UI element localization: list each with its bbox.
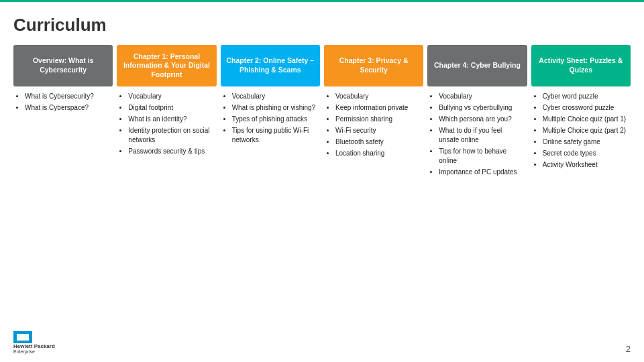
top-bar: [0, 0, 644, 2]
list-item: Secret code types: [543, 149, 627, 158]
list-item: What is phishing or vishing?: [232, 103, 317, 113]
list-item: Digital footprint: [128, 103, 213, 113]
list-item: Vocabulary: [335, 92, 420, 101]
list-item: Tips for how to behave online: [439, 147, 523, 166]
col-list-chapter2: VocabularyWhat is phishing or vishing?Ty…: [224, 92, 317, 145]
col-list-chapter3: VocabularyKeep information privatePermis…: [327, 92, 420, 158]
list-item: Types of phishing attacks: [232, 115, 317, 124]
page-number: 2: [626, 344, 631, 354]
list-item: Vocabulary: [232, 92, 317, 101]
col-list-activity: Cyber word puzzleCyber crossword puzzleM…: [535, 92, 627, 170]
list-item: Location sharing: [335, 149, 420, 158]
col-header-chapter3: Chapter 3: Privacy & Security: [324, 45, 423, 86]
list-item: Passwords security & tips: [128, 147, 213, 156]
list-item: Bluetooth safety: [335, 137, 420, 147]
list-item: Online safety game: [543, 137, 627, 147]
col-header-chapter2: Chapter 2: Online Safety – Phishing & Sc…: [221, 45, 320, 86]
list-item: Which persona are you?: [439, 115, 523, 124]
list-item: Identity protection on social networks: [128, 126, 213, 145]
list-item: Vocabulary: [128, 92, 213, 101]
logo-text-sub: Enterprise: [13, 349, 55, 354]
list-item: Vocabulary: [439, 92, 523, 101]
col-chapter3: Chapter 3: Privacy & SecurityVocabularyK…: [324, 45, 423, 182]
col-chapter2: Chapter 2: Online Safety – Phishing & Sc…: [221, 45, 320, 182]
col-list-overview: What is Cybersecurity?What is Cyberspace…: [17, 92, 109, 113]
list-item: Keep information private: [335, 103, 420, 113]
col-body-chapter1: VocabularyDigital footprintWhat is an id…: [117, 86, 216, 182]
col-body-overview: What is Cybersecurity?What is Cyberspace…: [13, 86, 113, 182]
col-body-chapter4: VocabularyBullying vs cyberbullyingWhich…: [427, 86, 527, 182]
col-body-chapter3: VocabularyKeep information privatePermis…: [324, 86, 423, 182]
col-header-overview: Overview: What is Cybersecurity: [13, 45, 113, 86]
logo-icon: [13, 331, 32, 343]
page-title: Curriculum: [13, 12, 631, 36]
list-item: What is Cybersecurity?: [25, 92, 109, 101]
col-header-chapter4: Chapter 4: Cyber Bullying: [427, 45, 527, 86]
list-item: Multiple Choice quiz (part 2): [543, 126, 627, 135]
columns-container: Overview: What is CybersecurityWhat is C…: [13, 45, 631, 182]
col-header-chapter1: Chapter 1: Personal Information & Your D…: [117, 45, 216, 86]
list-item: Importance of PC updates: [439, 168, 523, 177]
list-item: What is an identity?: [128, 115, 213, 124]
list-item: Tips for using public Wi-Fi networks: [232, 126, 317, 145]
list-item: Activity Worksheet: [543, 160, 627, 170]
logo-icon-inner: [17, 334, 29, 341]
col-body-chapter2: VocabularyWhat is phishing or vishing?Ty…: [221, 86, 320, 182]
page: Curriculum Overview: What is Cybersecuri…: [0, 0, 644, 362]
logo-text-main: Hewlett Packard: [13, 343, 55, 349]
list-item: Wi-Fi security: [335, 126, 420, 135]
col-chapter4: Chapter 4: Cyber BullyingVocabularyBully…: [427, 45, 527, 182]
list-item: Cyber crossword puzzle: [543, 103, 627, 113]
col-overview: Overview: What is CybersecurityWhat is C…: [13, 45, 113, 182]
list-item: What to do if you feel unsafe online: [439, 126, 523, 145]
col-list-chapter4: VocabularyBullying vs cyberbullyingWhich…: [431, 92, 523, 177]
list-item: Multiple Choice quiz (part 1): [543, 115, 627, 124]
col-list-chapter1: VocabularyDigital footprintWhat is an id…: [120, 92, 213, 156]
col-body-activity: Cyber word puzzleCyber crossword puzzleM…: [531, 86, 631, 182]
logo-box: Hewlett Packard Enterprise: [13, 331, 55, 354]
list-item: Permission sharing: [335, 115, 420, 124]
col-activity: Activity Sheet: Puzzles & QuizesCyber wo…: [531, 45, 631, 182]
col-header-activity: Activity Sheet: Puzzles & Quizes: [531, 45, 631, 86]
list-item: Bullying vs cyberbullying: [439, 103, 523, 113]
list-item: What is Cyberspace?: [25, 103, 109, 113]
col-chapter1: Chapter 1: Personal Information & Your D…: [117, 45, 216, 182]
logo-area: Hewlett Packard Enterprise: [13, 331, 55, 354]
list-item: Cyber word puzzle: [543, 92, 627, 101]
